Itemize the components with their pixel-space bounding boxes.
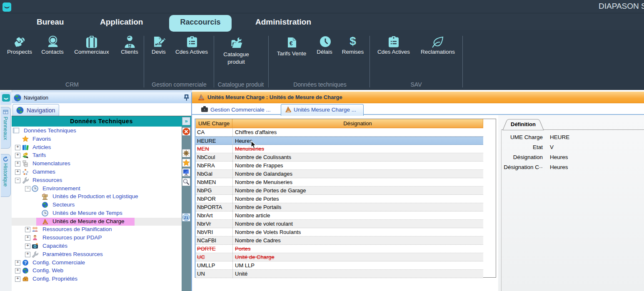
svg-text:€: € bbox=[290, 40, 293, 47]
svg-text:?: ? bbox=[24, 260, 27, 265]
svg-text:Z1: Z1 bbox=[184, 216, 189, 220]
